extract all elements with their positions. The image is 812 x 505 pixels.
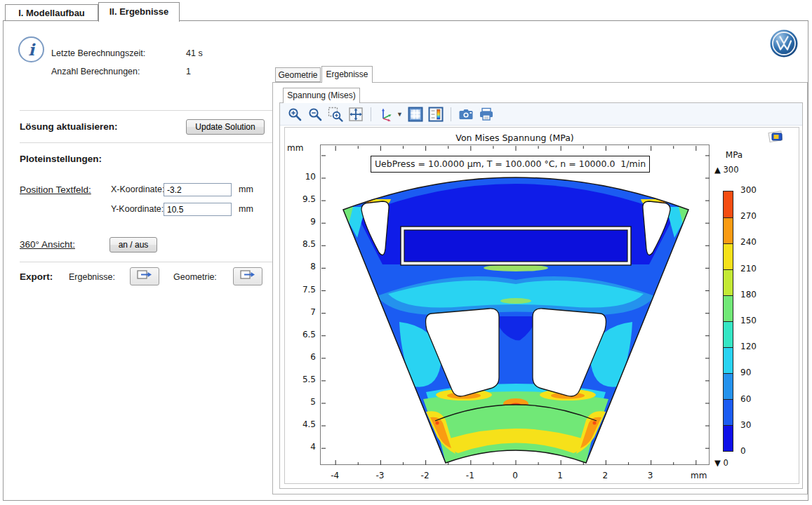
x-tick-label: -3 bbox=[366, 471, 394, 480]
axes-orientation-icon[interactable] bbox=[378, 107, 394, 122]
plot-thumbnail-icon[interactable] bbox=[767, 129, 785, 144]
zoom-in-icon[interactable] bbox=[287, 107, 302, 122]
view-360-toggle-button[interactable]: an / aus bbox=[109, 237, 157, 252]
colorbar bbox=[723, 191, 733, 452]
plot-toolbar: ▼ bbox=[280, 103, 802, 126]
y-tick-label: 4.5 bbox=[285, 419, 316, 429]
app-window: I. Modellaufbau II. Ergebnisse i Letzte … bbox=[0, 0, 812, 505]
colorbar-tick-label: 180 bbox=[740, 290, 768, 299]
colorbar-segment bbox=[724, 191, 733, 217]
stress-contour-plot bbox=[321, 145, 710, 466]
grid-icon[interactable] bbox=[408, 107, 423, 122]
x-axis-unit: mm bbox=[691, 471, 712, 480]
vw-logo bbox=[770, 29, 798, 58]
x-tick-label: 0 bbox=[501, 471, 529, 480]
last-computation-value: 41 s bbox=[186, 48, 203, 58]
y-tick-label: 9 bbox=[285, 217, 316, 227]
tab-spannung-mises[interactable]: Spannung (Mises) bbox=[283, 88, 360, 103]
plot-axes bbox=[320, 144, 710, 465]
colorbar-tick-label: 60 bbox=[740, 394, 768, 404]
x-tick-label: -4 bbox=[321, 471, 349, 480]
colorbar-tick-label: 90 bbox=[740, 368, 768, 377]
y-unit-label: mm bbox=[239, 204, 253, 214]
y-tick-label: 4 bbox=[285, 442, 316, 452]
y-tick-label: 6.5 bbox=[285, 330, 316, 339]
colorbar-segment bbox=[724, 399, 733, 425]
colorbar-tick-label: 240 bbox=[740, 237, 768, 247]
plot-annotation: UebPress = 10.0000 µm, T = 100.000 °C, n… bbox=[371, 156, 650, 173]
export-icon bbox=[240, 269, 255, 284]
info-icon: i bbox=[18, 36, 44, 62]
y-axis-unit: mm bbox=[287, 143, 317, 153]
window-border-left bbox=[3, 20, 4, 501]
colorbar-segment bbox=[724, 373, 733, 399]
colorbar-segment bbox=[724, 243, 733, 269]
colorbar-tick-label: 30 bbox=[740, 420, 768, 430]
toolbar-separator bbox=[371, 107, 371, 121]
plot-graphics-area[interactable]: Von Mises Spannung (MPa) mm mm bbox=[284, 127, 799, 484]
colorbar-max-marker: ▲ 300 bbox=[714, 165, 738, 175]
window-border-bottom bbox=[3, 500, 808, 501]
x-tick-label: 1 bbox=[546, 471, 574, 480]
y-coordinate-label: Y-Koordinate: bbox=[111, 204, 164, 214]
tab-modellaufbau[interactable]: I. Modellaufbau bbox=[5, 4, 98, 21]
y-tick-label: 10 bbox=[285, 172, 316, 182]
colorbar-tick-label: 270 bbox=[740, 211, 768, 221]
colorbar-segment bbox=[724, 217, 733, 243]
zoom-extents-icon[interactable] bbox=[348, 107, 364, 122]
x-tick-label: -2 bbox=[411, 471, 439, 480]
y-tick-label: 8.5 bbox=[285, 239, 316, 249]
tab-geometrie[interactable]: Geometrie bbox=[275, 67, 321, 82]
axes-dropdown-caret[interactable]: ▼ bbox=[397, 111, 403, 118]
x-unit-label: mm bbox=[239, 184, 253, 194]
colorbar-segment bbox=[724, 321, 733, 347]
y-tick-label: 5 bbox=[285, 397, 316, 407]
export-heading: Export: bbox=[20, 271, 53, 282]
x-tick-label: 3 bbox=[637, 471, 665, 480]
tab-results[interactable]: Ergebnisse bbox=[321, 66, 373, 83]
toolbar-separator bbox=[451, 107, 451, 121]
divider bbox=[20, 110, 272, 111]
export-results-label: Ergebnisse: bbox=[69, 272, 115, 282]
divider bbox=[20, 262, 272, 262]
export-results-button[interactable] bbox=[130, 267, 159, 285]
colorbar-min-marker: ▼ 0 bbox=[714, 458, 728, 468]
textfield-position-label: Position Textfeld: bbox=[20, 184, 91, 195]
y-tick-label: 6 bbox=[285, 352, 316, 362]
colorbar-tick-label: 150 bbox=[740, 316, 768, 325]
x-tick-label: 2 bbox=[591, 471, 619, 480]
view-360-label: 360° Ansicht: bbox=[20, 239, 75, 250]
window-border-right bbox=[808, 20, 808, 501]
legend-icon[interactable] bbox=[428, 107, 444, 122]
colorbar-unit: MPa bbox=[717, 150, 752, 160]
colorbar-segment bbox=[724, 347, 733, 373]
colorbar-segment bbox=[724, 425, 733, 451]
plot-settings-heading: Ploteinstellungen: bbox=[20, 154, 102, 164]
colorbar-tick-label: 210 bbox=[740, 264, 768, 274]
print-icon[interactable] bbox=[479, 107, 494, 122]
update-solution-label: Lösung aktualisieren: bbox=[20, 121, 118, 132]
export-icon bbox=[137, 269, 152, 284]
camera-icon[interactable] bbox=[458, 107, 474, 122]
colorbar-tick-label: 300 bbox=[740, 185, 768, 195]
export-geometry-button[interactable] bbox=[233, 267, 262, 285]
colorbar-tick-label: 0 bbox=[740, 446, 768, 456]
colorbar-segment bbox=[724, 295, 733, 321]
y-tick-label: 7.5 bbox=[285, 285, 316, 295]
tab-ergebnisse[interactable]: II. Ergebnisse bbox=[98, 2, 180, 22]
y-tick-label: 5.5 bbox=[285, 375, 316, 384]
update-solution-button[interactable]: Update Solution bbox=[186, 119, 265, 135]
export-geometry-label: Geometrie: bbox=[173, 272, 217, 282]
y-tick-label: 7 bbox=[285, 307, 316, 317]
zoom-box-icon[interactable] bbox=[328, 107, 343, 122]
last-computation-label: Letzte Berechnungszeit: bbox=[51, 48, 145, 58]
y-coordinate-input[interactable] bbox=[164, 203, 232, 216]
x-coordinate-label: X-Koordinate: bbox=[111, 184, 164, 194]
colorbar-segment bbox=[724, 269, 733, 295]
y-tick-label: 9.5 bbox=[285, 194, 316, 204]
zoom-out-icon[interactable] bbox=[307, 107, 323, 122]
y-tick-label: 8 bbox=[285, 262, 316, 271]
computation-count-label: Anzahl Berechnungen: bbox=[51, 67, 140, 76]
plot-title: Von Mises Spannung (MPa) bbox=[320, 133, 710, 143]
x-coordinate-input[interactable] bbox=[164, 183, 232, 196]
